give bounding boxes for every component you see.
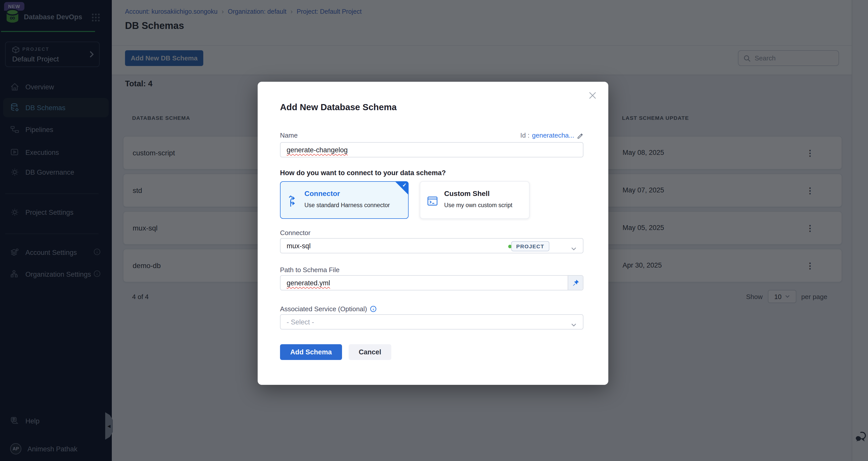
name-input[interactable]: generate-changelog	[280, 142, 583, 157]
app-root: NEW ∞ Database DevOps PROJECT	[0, 0, 868, 461]
cancel-button[interactable]: Cancel	[349, 344, 391, 360]
connect-question: How do you want to connect to your data …	[280, 169, 446, 177]
chevron-down-icon	[571, 321, 576, 328]
id-prefix: Id :	[520, 131, 530, 139]
add-schema-modal: Add New Database Schema Name Id : genera…	[258, 82, 608, 385]
connector-fork-icon	[287, 194, 299, 210]
service-label-row: Associated Service (Optional)	[280, 305, 377, 313]
connector-value: mux-sql	[287, 242, 311, 250]
info-icon[interactable]	[370, 306, 377, 312]
name-label: Name	[280, 131, 298, 139]
name-label-row: Name Id : generatecha...	[280, 131, 583, 139]
modal-title: Add New Database Schema	[280, 102, 397, 113]
terminal-icon	[427, 195, 438, 209]
service-placeholder: - Select -	[287, 318, 314, 326]
option-subtitle: Use standard Harness connector	[304, 202, 390, 208]
identifier-group: Id : generatecha...	[520, 131, 583, 139]
option-subtitle: Use my own custom script	[444, 202, 512, 208]
edit-pencil-icon[interactable]	[577, 132, 583, 139]
pin-zone[interactable]	[568, 276, 583, 290]
service-label: Associated Service (Optional)	[280, 305, 367, 313]
close-icon[interactable]	[587, 90, 598, 101]
option-card-custom-shell[interactable]: Custom Shell Use my own custom script	[420, 181, 530, 219]
service-select[interactable]: - Select -	[280, 314, 583, 330]
add-schema-button[interactable]: Add Schema	[280, 344, 342, 360]
option-title: Custom Shell	[444, 189, 490, 197]
path-input[interactable]: generated.yml	[280, 275, 583, 290]
id-value-link[interactable]: generatecha...	[532, 131, 574, 139]
connector-select[interactable]: mux-sql PROJECT	[280, 238, 583, 253]
chevron-down-icon	[571, 245, 576, 252]
path-label: Path to Schema File	[280, 266, 339, 274]
connector-label: Connector	[280, 229, 311, 237]
pin-icon	[572, 279, 579, 286]
check-icon: ✓	[402, 182, 407, 188]
option-title: Connector	[304, 189, 340, 197]
scope-badge: PROJECT	[511, 241, 549, 251]
option-card-connector[interactable]: ✓ Connector Use standard Harness connect…	[280, 181, 409, 219]
